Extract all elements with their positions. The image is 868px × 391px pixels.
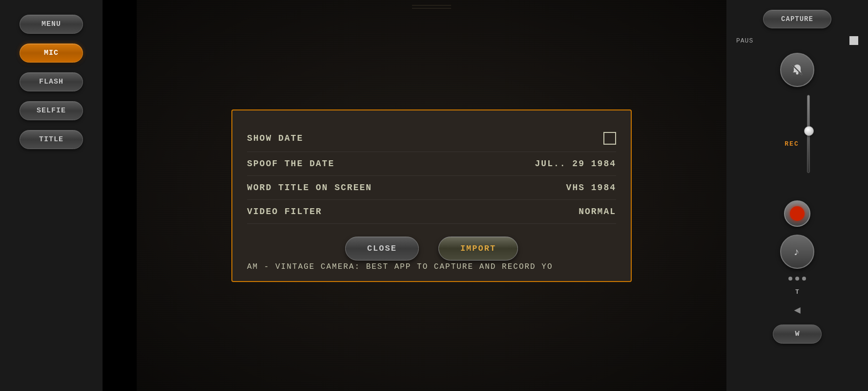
left-sidebar: MENU MIC FLASH SELFIE TITLE (0, 0, 103, 391)
t-label: T (795, 288, 799, 296)
show-date-row: SHOW DATE (247, 125, 616, 152)
ticker-text: AM - VINTAGE CAMERA: BEST APP TO CAPTURE… (247, 262, 616, 271)
video-filter-value[interactable]: NORMAL (579, 207, 616, 217)
pause-label: PAUS (736, 37, 753, 44)
flash-button[interactable]: FLASH (20, 72, 83, 91)
dot-3 (802, 277, 806, 281)
ticker-bar: AM - VINTAGE CAMERA: BEST APP TO CAPTURE… (247, 262, 616, 271)
dot-1 (788, 277, 792, 281)
music-icon: ♪ (790, 244, 805, 259)
pause-icon[interactable] (849, 36, 858, 45)
settings-modal: SHOW DATE SPOOF THE DATE JUL.. 29 1984 W… (231, 109, 632, 282)
svg-point-0 (796, 72, 799, 75)
right-sidebar: CAPTURE PAUS REC ♪ (726, 0, 868, 391)
close-button[interactable]: CLOSE (345, 237, 419, 261)
mic-button[interactable]: MIC (20, 43, 83, 63)
selfie-button[interactable]: SELFIE (20, 101, 83, 120)
mute-icon (790, 63, 805, 77)
show-date-checkbox[interactable] (603, 132, 616, 145)
record-inner (790, 206, 805, 221)
spoof-date-row: SPOOF THE DATE JUL.. 29 1984 (247, 152, 616, 176)
music-button[interactable]: ♪ (780, 235, 814, 269)
menu-button[interactable]: MENU (20, 15, 83, 34)
slider-thumb[interactable] (804, 126, 814, 136)
back-arrow-icon[interactable]: ◀ (794, 304, 800, 317)
title-button[interactable]: TITLE (20, 130, 83, 149)
modal-overlay: SHOW DATE SPOOF THE DATE JUL.. 29 1984 W… (137, 0, 726, 391)
show-date-label: SHOW DATE (247, 133, 303, 143)
rec-label: REC (785, 140, 799, 148)
word-title-row: WORD TITLE ON SCREEN VHS 1984 (247, 176, 616, 200)
record-button[interactable] (784, 200, 810, 227)
word-title-value[interactable]: VHS 1984 (566, 183, 616, 193)
spoof-date-label: SPOOF THE DATE (247, 159, 334, 169)
volume-slider[interactable] (807, 95, 810, 193)
svg-text:♪: ♪ (793, 246, 800, 259)
w-button[interactable]: W (773, 325, 822, 344)
slider-track (807, 95, 810, 173)
video-filter-label: VIDEO FILTER (247, 207, 322, 217)
video-filter-row: VIDEO FILTER NORMAL (247, 200, 616, 224)
mute-button[interactable] (780, 53, 814, 87)
dot-2 (795, 277, 799, 281)
rec-slider-row: REC (785, 95, 809, 193)
word-title-label: WORD TITLE ON SCREEN (247, 183, 372, 193)
pause-row: PAUS (731, 36, 863, 45)
more-options[interactable] (788, 277, 806, 281)
import-button[interactable]: IMPORT (438, 237, 518, 261)
modal-buttons-row: CLOSE IMPORT (247, 232, 616, 261)
spoof-date-value[interactable]: JUL.. 29 1984 (535, 159, 616, 169)
capture-button[interactable]: CAPTURE (763, 10, 831, 28)
